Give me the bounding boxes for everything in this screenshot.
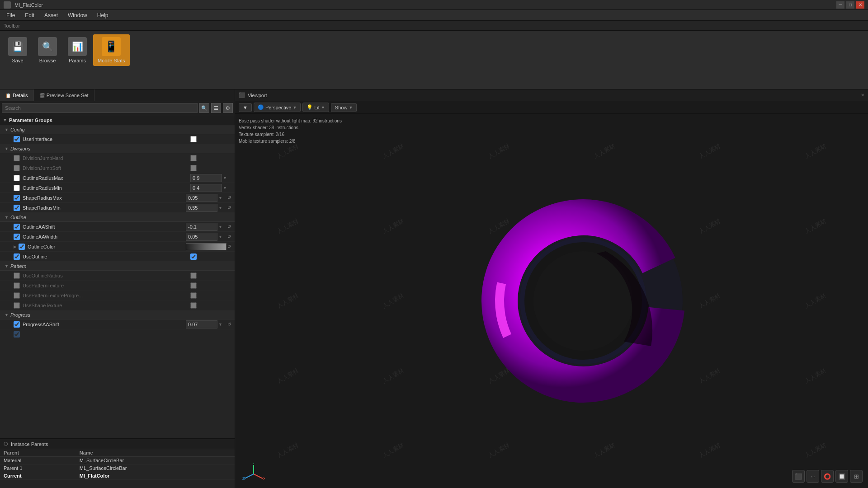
- outlineaashift-reset[interactable]: ↺: [227, 224, 231, 229]
- tab-details[interactable]: 📋 Details: [0, 89, 34, 101]
- info-line1: Base pass shader without light map: 92 i…: [239, 117, 342, 124]
- shaperadiusmax-input[interactable]: [186, 194, 217, 202]
- shaperadiusmin-arrow: ▼: [218, 206, 222, 210]
- vp-ctrl-4[interactable]: 🔲: [835, 470, 848, 483]
- outlineradiusmax-value: ▼: [190, 174, 231, 182]
- progressaashift-reset[interactable]: ↺: [227, 322, 231, 327]
- group-divisions-header[interactable]: ▼ Divisions: [0, 144, 235, 153]
- progressaashift-checkbox[interactable]: [14, 321, 20, 328]
- show-button[interactable]: Show ▼: [331, 103, 357, 112]
- lit-button[interactable]: 💡 Lit ▼: [302, 103, 329, 112]
- shaperadiusmin-checkbox[interactable]: [14, 205, 20, 211]
- show-label: Show: [335, 105, 348, 110]
- mobilestats-button[interactable]: 📱 Mobile Stats: [93, 34, 130, 66]
- userinterface-val-checkbox[interactable]: [190, 136, 197, 142]
- pattern-arrow: ▼: [5, 264, 9, 268]
- group-pattern-header[interactable]: ▼ Pattern: [0, 262, 235, 271]
- instance-row-parent1[interactable]: Parent 1 ML_SurfaceCircleBar: [0, 465, 235, 472]
- outlinecolor-reset[interactable]: ↺: [227, 244, 231, 249]
- section-title: Parameter Groups: [9, 117, 52, 123]
- group-config-header[interactable]: ▼ Config: [0, 125, 235, 134]
- param-usepatterntextureprogress: UsePatternTextureProgre...: [0, 291, 235, 300]
- svg-line-13: [245, 474, 254, 479]
- useoutlineradius-checkbox[interactable]: [14, 272, 20, 279]
- menu-help[interactable]: Help: [93, 11, 113, 19]
- param-outlineradiusmin: OutlineRadiusMin ▼: [0, 183, 235, 193]
- viewport-arrow-btn[interactable]: ▼: [239, 103, 252, 112]
- search-input[interactable]: [2, 103, 198, 113]
- outlinecolor-value[interactable]: [186, 243, 226, 250]
- menu-window[interactable]: Window: [63, 11, 92, 19]
- group-outline-header[interactable]: ▼ Outline: [0, 213, 235, 222]
- outlineaawidth-reset[interactable]: ↺: [227, 234, 231, 239]
- browse-icon: 🔍: [38, 37, 57, 56]
- usepatterntexture-checkbox[interactable]: [14, 282, 20, 289]
- outlinecolor-checkbox[interactable]: [19, 244, 25, 250]
- useoutline-checkbox[interactable]: [14, 253, 20, 260]
- instance-row-current[interactable]: Current MI_FlatColor: [0, 472, 235, 480]
- outlineradiusmax-input[interactable]: [190, 174, 222, 182]
- svg-text:X: X: [263, 476, 265, 481]
- parameter-groups-header[interactable]: ▼ Parameter Groups: [0, 115, 235, 125]
- vp-ctrl-2[interactable]: ↔: [807, 470, 819, 483]
- divisionjumpsoft-val[interactable]: [190, 165, 197, 171]
- divisionjumpsoft-checkbox[interactable]: [14, 165, 20, 171]
- shaperadiusmin-reset[interactable]: ↺: [227, 205, 231, 210]
- maximize-button[interactable]: □: [846, 1, 854, 9]
- search-button[interactable]: 🔍: [199, 103, 209, 113]
- menu-asset[interactable]: Asset: [40, 11, 62, 19]
- row-material-parent: Material: [0, 457, 76, 465]
- close-button[interactable]: ✕: [856, 1, 864, 9]
- useshapetexture-checkbox[interactable]: [14, 302, 20, 309]
- usepatterntexture-val[interactable]: [190, 282, 197, 289]
- useoutline-val[interactable]: [190, 253, 197, 260]
- usepatterntextureprogress-val[interactable]: [190, 292, 197, 299]
- shaperadiusmin-input[interactable]: [186, 204, 217, 212]
- viewport-canvas[interactable]: 人人素材 人人素材 人人素材 人人素材 人人素材 人人素材 人人素材 人人素材 …: [235, 114, 868, 488]
- extra-checkbox[interactable]: [14, 331, 20, 338]
- group-progress-header[interactable]: ▼ Progress: [0, 310, 235, 319]
- shaperadiusmax-reset[interactable]: ↺: [227, 195, 231, 200]
- list-view-button[interactable]: ☰: [211, 103, 221, 113]
- outlineaashift-input[interactable]: [186, 223, 217, 231]
- viewport: ⬛ Viewport ✕ ▼ 🔵 Perspective ▼ 💡 Lit ▼ S…: [235, 89, 868, 488]
- save-icon: 💾: [8, 37, 27, 56]
- divisionjumphard-val[interactable]: [190, 155, 197, 161]
- instance-row-material[interactable]: Material M_SurfaceCircleBar: [0, 457, 235, 465]
- instance-tab-icon: ⬡: [4, 441, 8, 447]
- outlineradiusmax-checkbox[interactable]: [14, 175, 20, 181]
- vp-ctrl-1[interactable]: ⬛: [792, 470, 805, 483]
- params-area[interactable]: ▼ Config UserInterface ▼ Divisions Divis…: [0, 125, 235, 438]
- usepatterntextureprogress-checkbox[interactable]: [14, 292, 20, 299]
- params-button[interactable]: 📊 Params: [63, 34, 91, 66]
- shaperadiusmax-checkbox[interactable]: [14, 195, 20, 201]
- progressaashift-input[interactable]: [186, 320, 217, 328]
- userinterface-checkbox[interactable]: [14, 136, 20, 142]
- outlineaashift-checkbox[interactable]: [14, 224, 20, 230]
- useoutlineradius-val[interactable]: [190, 272, 197, 279]
- menu-file[interactable]: File: [2, 11, 19, 19]
- main-layout: 📋 Details 🎬 Preview Scene Set 🔍 ☰ ⚙ ▼ Pa…: [0, 89, 868, 488]
- vp-ctrl-3[interactable]: ⭕: [821, 470, 834, 483]
- outlineaawidth-input[interactable]: [186, 233, 217, 241]
- viewport-close-button[interactable]: ✕: [861, 93, 864, 98]
- save-button[interactable]: 💾 Save: [4, 34, 32, 66]
- perspective-button[interactable]: 🔵 Perspective ▼: [254, 103, 301, 112]
- minimize-button[interactable]: ─: [836, 1, 844, 9]
- outlineradiusmin-checkbox[interactable]: [14, 185, 20, 191]
- menu-edit[interactable]: Edit: [20, 11, 39, 19]
- vp-ctrl-5[interactable]: ⊞: [850, 470, 863, 483]
- outlineradiusmin-input[interactable]: [190, 184, 222, 192]
- outlineaawidth-checkbox[interactable]: [14, 234, 20, 240]
- useoutline-label: UseOutline: [23, 254, 190, 259]
- divisionjumphard-checkbox[interactable]: [14, 155, 20, 161]
- tab-preview[interactable]: 🎬 Preview Scene Set: [34, 89, 94, 101]
- outlinecolor-expand[interactable]: ▶: [14, 244, 17, 249]
- filter-button[interactable]: ⚙: [223, 103, 233, 113]
- outlinecolor-swatch[interactable]: [186, 243, 226, 250]
- param-useshapetexture: UseShapeTexture: [0, 300, 235, 310]
- useshapetexture-label: UseShapeTexture: [23, 303, 190, 308]
- divisions-arrow: ▼: [5, 146, 9, 151]
- useshapetexture-val[interactable]: [190, 302, 197, 309]
- browse-button[interactable]: 🔍 Browse: [33, 34, 61, 66]
